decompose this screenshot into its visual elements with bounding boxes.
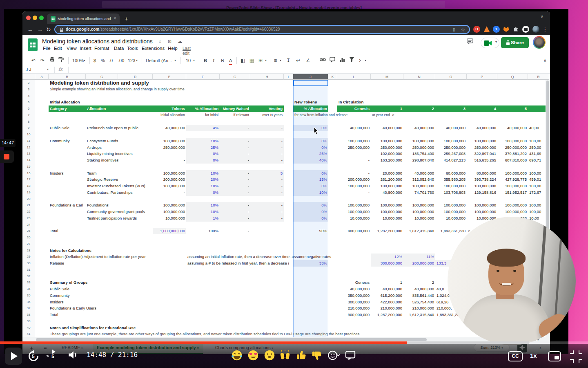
cell-Q17[interactable]: 427,928,775	[497, 176, 528, 183]
cell-P12[interactable]: 250,000,000	[467, 144, 497, 151]
print-icon[interactable]	[49, 57, 55, 64]
cell-G6[interactable]: Money Raised	[220, 105, 250, 112]
format-percent-button[interactable]: %	[101, 57, 105, 64]
cell-B28[interactable]: Notes for Calculations	[49, 247, 86, 254]
cell-N33[interactable]: 2	[403, 279, 435, 286]
column-header-I[interactable]: I	[284, 74, 293, 80]
text-wrap-icon[interactable]: ↩	[296, 57, 300, 64]
share-page-icon[interactable]: ⇧	[452, 26, 456, 34]
cell-G16[interactable]: -	[220, 170, 250, 177]
document-title[interactable]: Modeling token allocations and distribut…	[42, 38, 153, 45]
redo-icon[interactable]: ↷	[40, 57, 45, 64]
row-header-3[interactable]: 3	[22, 86, 35, 93]
tab-close-icon[interactable]: ×	[114, 13, 116, 24]
merge-cells-icon[interactable]: ⊞	[258, 57, 263, 64]
cell-H21[interactable]: -	[250, 202, 284, 209]
cell-B40[interactable]: Notes and Simplifications for Educationa…	[49, 325, 86, 331]
cell-M25[interactable]: 1,287,200,000	[371, 228, 403, 234]
row-header-31[interactable]: 31	[22, 267, 35, 273]
borders-icon[interactable]: ▦	[249, 57, 254, 64]
column-header-B[interactable]: B	[49, 74, 86, 80]
cell-E23[interactable]: 10,000,000	[153, 215, 186, 222]
row-header-34[interactable]: 34	[22, 286, 35, 292]
cell-F19[interactable]: 0%	[186, 189, 220, 196]
row-header-9[interactable]: 9	[22, 125, 35, 131]
cell-F13[interactable]: 0%	[186, 150, 220, 157]
reload-icon[interactable]: ↻	[46, 25, 51, 34]
cell-N13[interactable]: 186,754,400	[403, 150, 435, 157]
font-size-caret-icon[interactable]: ▾	[193, 57, 195, 64]
cell-Q16[interactable]: 100,000,000	[497, 170, 528, 177]
row-header-10[interactable]: 10	[22, 131, 35, 138]
font-size-select[interactable]: 10	[186, 57, 191, 64]
cell-H16[interactable]: 5	[250, 170, 284, 177]
cell-L13[interactable]: -	[337, 150, 371, 157]
row-header-21[interactable]: 21	[22, 202, 35, 209]
row-header-5[interactable]: 5	[22, 99, 35, 105]
surprised-emoji-button[interactable]	[264, 350, 275, 361]
cell-P16[interactable]: 80,000,000	[467, 170, 497, 177]
play-button[interactable]	[5, 348, 22, 365]
row-header-29[interactable]: 29	[22, 254, 35, 260]
cell-L37[interactable]: 210,000,000	[337, 305, 371, 312]
merge-caret-icon[interactable]: ▾	[265, 57, 267, 64]
cell-H22[interactable]: -	[250, 209, 284, 215]
skip-back-5-button[interactable]: 5	[27, 350, 40, 363]
cell-E18[interactable]: 100,000,000	[153, 183, 186, 189]
cell-C22[interactable]: Community-governed grant pools	[86, 209, 118, 215]
cell-M6[interactable]: 1	[371, 105, 403, 112]
cell-J6[interactable]: % Allocation	[293, 105, 328, 112]
cell-N29[interactable]: 11%	[403, 254, 435, 260]
cell-Q21[interactable]: 100,000,000	[497, 202, 528, 209]
cell-B11[interactable]: Community	[49, 138, 86, 144]
cell-F9[interactable]: 4%	[186, 125, 220, 131]
cell-M36[interactable]: 422,000,000	[371, 299, 403, 305]
cell-N11[interactable]: 100,000,000	[403, 138, 435, 144]
extensions-puzzle-icon[interactable]	[512, 26, 519, 33]
more-formats-button[interactable]: 123	[128, 57, 135, 64]
cell-N16[interactable]: 40,000,000	[403, 170, 435, 177]
cell-E11[interactable]: 100,000,000	[153, 138, 186, 144]
column-header-A[interactable]: A	[35, 74, 49, 80]
row-header-24[interactable]: 24	[22, 222, 35, 228]
menu-file[interactable]: File	[43, 46, 51, 51]
row-header-39[interactable]: 39	[22, 318, 35, 325]
row-header-41[interactable]: 41	[22, 331, 35, 337]
cell-B25[interactable]: Total	[49, 228, 86, 234]
stop-recording-button[interactable]	[0, 150, 14, 163]
row-header-26[interactable]: 26	[22, 234, 35, 241]
cell-N23[interactable]: 10,000,000	[403, 215, 435, 222]
cell-C21[interactable]: Foundations	[86, 202, 118, 209]
cell-G19[interactable]: -	[220, 189, 250, 196]
row-header-14[interactable]: 14	[22, 157, 35, 164]
extension-d-icon[interactable]: D	[473, 26, 480, 33]
cell-F12[interactable]: 25%	[186, 144, 220, 151]
cell-J13[interactable]: 25%	[293, 150, 328, 157]
row-header-11[interactable]: 11	[22, 138, 35, 144]
filter-icon[interactable]	[349, 57, 354, 64]
address-bar[interactable]: docs.google.com/spreadsheets/d/1xnJBVXhx…	[54, 25, 470, 34]
move-folder-icon[interactable]: ⊡	[168, 39, 172, 44]
cell-B29[interactable]: Inflation (Deflation) Adjustment to Infl…	[49, 254, 86, 260]
heart-eyes-emoji-button[interactable]	[247, 350, 259, 361]
cell-O17[interactable]: 355,560,205	[435, 176, 467, 183]
playback-speed-button[interactable]: 1x	[530, 352, 537, 359]
cell-P21[interactable]: 100,000,000	[467, 202, 497, 209]
cell-E22[interactable]: 100,000,000	[153, 209, 186, 215]
cell-B21[interactable]: Foundations & Earl	[49, 202, 86, 209]
cell-M7[interactable]: at year end ->	[371, 112, 403, 119]
cell-C13[interactable]: Liquidity mining incentives	[86, 150, 118, 157]
menu-format[interactable]: Format	[94, 46, 109, 51]
cell-H12[interactable]: -	[250, 144, 284, 151]
cell-J23[interactable]: 0%	[293, 215, 328, 222]
picture-in-picture-button[interactable]	[548, 351, 561, 361]
row-header-17[interactable]: 17	[22, 176, 35, 183]
row-header-22[interactable]: 22	[22, 209, 35, 215]
cell-J11[interactable]: 0%	[293, 138, 328, 144]
back-icon[interactable]: ←	[27, 25, 33, 34]
cell-E16[interactable]: 100,000,000	[153, 170, 186, 177]
cell-M23[interactable]: 10,000,000	[371, 215, 403, 222]
cell-E13[interactable]: -	[153, 150, 186, 157]
cell-G25[interactable]: -	[220, 228, 250, 234]
cell-M38[interactable]: 1,287,200,000	[371, 312, 403, 318]
